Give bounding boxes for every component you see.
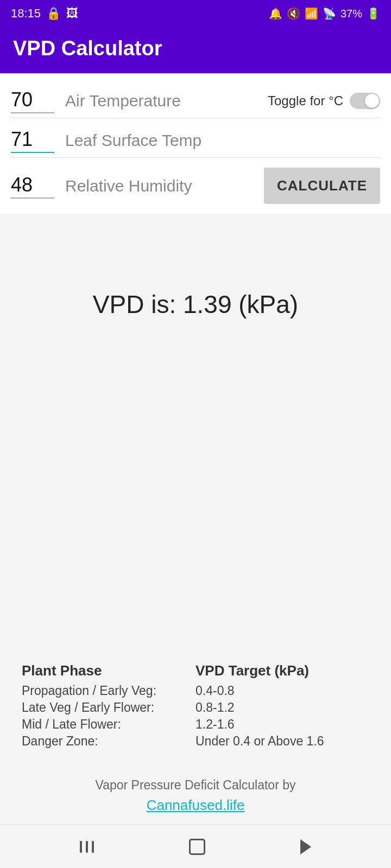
nav-bar [0,825,391,868]
ref-header-row: Plant Phase VPD Target (kPa) [22,662,369,679]
ref-col1-header: Plant Phase [22,662,195,679]
air-temp-row: Air Temperature Toggle for °C [11,79,380,118]
leaf-temp-row: Leaf Surface Temp [11,118,380,158]
ref-phase-label: Danger Zone: [22,734,195,749]
humidity-label: Relative Humidity [65,177,264,195]
ref-phase-label: Late Veg / Early Flower: [22,700,195,715]
back-icon[interactable] [300,839,311,854]
footer-link[interactable]: Cannafused.life [11,797,380,814]
wifi-icon: 📶 [305,7,318,20]
app-title: VPD Calculator [13,37,378,60]
ref-value-label: 1.2-1.6 [195,717,369,732]
photo-icon: 🖼 [66,7,78,21]
celsius-toggle[interactable] [350,93,380,109]
humidity-input[interactable] [11,174,54,199]
vpd-result-area: VPD is: 1.39 (kPa) [0,214,391,646]
ref-value-label: Under 0.4 or Above 1.6 [195,734,369,749]
footer-credit: Vapor Pressure Deficit Calculator by Can… [0,762,391,825]
ref-row: Late Veg / Early Flower:0.8-1.2 [22,700,369,715]
toggle-area: Toggle for °C [268,93,380,109]
ref-col2-header: VPD Target (kPa) [195,662,369,679]
reference-table: Plant Phase VPD Target (kPa) Propagation… [0,646,391,762]
input-section: Air Temperature Toggle for °C Leaf Surfa… [0,73,391,214]
lock-icon: 🔒 [46,7,61,21]
air-temp-input[interactable] [11,88,54,113]
home-icon[interactable] [189,839,205,855]
air-temp-label: Air Temperature [65,92,268,110]
footer-credit-text: Vapor Pressure Deficit Calculator by [11,778,380,793]
vpd-result: VPD is: 1.39 (kPa) [93,290,298,319]
ref-phase-label: Propagation / Early Veg: [22,684,195,698]
ref-rows-container: Propagation / Early Veg:0.4-0.8Late Veg … [22,684,369,749]
ref-row: Danger Zone:Under 0.4 or Above 1.6 [22,734,369,749]
app-header: VPD Calculator [0,27,391,73]
humidity-row: Relative Humidity CALCULATE [11,158,380,208]
ref-row: Mid / Late Flower:1.2-1.6 [22,717,369,732]
ref-phase-label: Mid / Late Flower: [22,717,195,732]
ref-row: Propagation / Early Veg:0.4-0.8 [22,684,369,698]
status-bar: 18:15 🔒 🖼 🔔 🔇 📶 📡 37% 🔋 [0,0,391,27]
leaf-temp-input[interactable] [11,128,54,153]
signal-icon: 📡 [323,7,336,20]
notification-icon: 🔔 [269,7,282,20]
calculate-button[interactable]: CALCULATE [264,168,380,204]
ref-value-label: 0.4-0.8 [195,684,369,698]
leaf-temp-label: Leaf Surface Temp [65,131,380,150]
recent-apps-icon[interactable] [80,841,94,853]
status-time: 18:15 [11,7,41,21]
battery-icon: 🔋 [367,7,380,20]
battery-text: 37% [340,8,362,20]
main-content: Air Temperature Toggle for °C Leaf Surfa… [0,73,391,868]
toggle-label: Toggle for °C [268,93,343,108]
mute-icon: 🔇 [287,7,300,20]
ref-value-label: 0.8-1.2 [195,700,369,715]
